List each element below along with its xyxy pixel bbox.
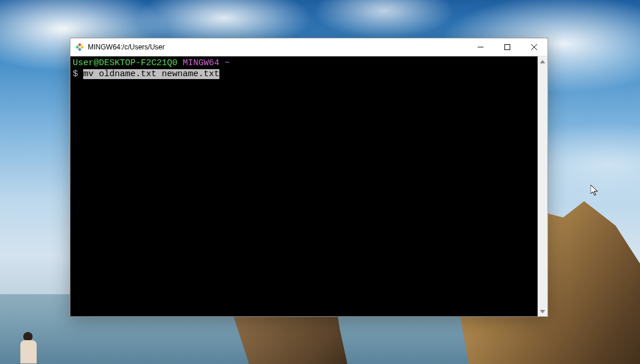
prompt-user-host: User@DESKTOP-F2C21Q0 <box>73 58 177 68</box>
svg-marker-2 <box>78 48 81 51</box>
close-button[interactable] <box>521 38 547 56</box>
app-icon <box>75 42 84 52</box>
terminal-window: MINGW64:/c/Users/User User@DESKTOP-F2C21… <box>70 38 548 317</box>
scroll-up-icon[interactable] <box>538 56 547 66</box>
terminal-command: mv oldname.txt newname.txt <box>83 69 219 79</box>
svg-marker-9 <box>540 310 545 313</box>
scroll-down-icon[interactable] <box>538 306 547 316</box>
maximize-button[interactable] <box>494 38 521 56</box>
wallpaper-figure <box>17 332 40 364</box>
prompt-path: ~ <box>225 58 230 68</box>
terminal-body[interactable]: User@DESKTOP-F2C21Q0 MINGW64 ~ $ mv oldn… <box>70 56 538 316</box>
scrollbar[interactable] <box>538 56 547 316</box>
mouse-cursor-icon <box>591 185 600 197</box>
svg-marker-8 <box>540 60 545 63</box>
minimize-button[interactable] <box>467 38 494 56</box>
window-title: MINGW64:/c/Users/User <box>88 43 467 51</box>
terminal-area: User@DESKTOP-F2C21Q0 MINGW64 ~ $ mv oldn… <box>70 56 547 316</box>
prompt-env: MINGW64 <box>183 58 219 68</box>
svg-marker-10 <box>591 185 598 195</box>
titlebar[interactable]: MINGW64:/c/Users/User <box>70 38 547 56</box>
svg-marker-0 <box>78 43 81 47</box>
svg-marker-1 <box>80 45 84 49</box>
svg-marker-3 <box>76 45 79 49</box>
window-controls <box>467 38 547 56</box>
prompt-symbol: $ <box>73 69 78 79</box>
svg-rect-5 <box>505 45 510 50</box>
